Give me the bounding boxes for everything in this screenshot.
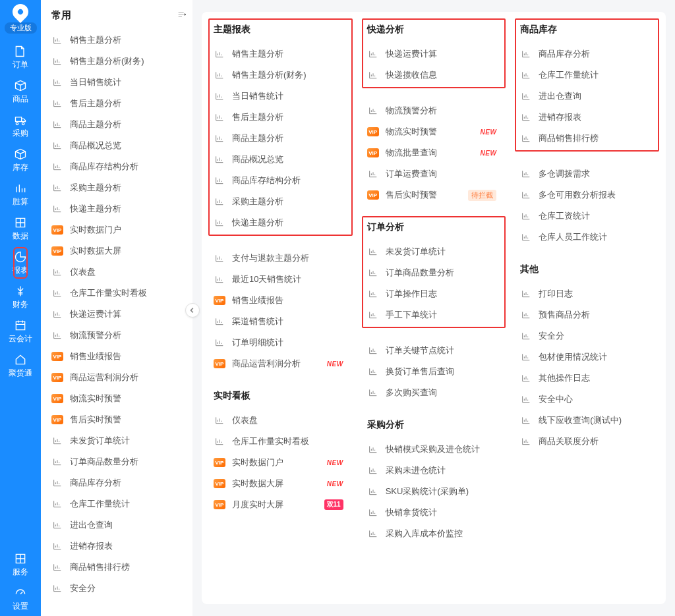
- report-item[interactable]: 快递揽收信息: [367, 65, 501, 86]
- report-item[interactable]: 快递运费计算: [367, 43, 501, 65]
- report-item[interactable]: 包材使用情况统计: [520, 347, 654, 368]
- report-item[interactable]: 销售主题分析: [51, 30, 187, 51]
- report-item[interactable]: 当日销售统计: [51, 72, 187, 93]
- report-item[interactable]: 订单明细统计: [214, 332, 347, 353]
- nav-item-订单[interactable]: 订单: [9, 40, 32, 74]
- report-item[interactable]: 多仓调拨需求: [520, 163, 654, 184]
- report-item[interactable]: 未发货订单统计: [51, 430, 187, 451]
- report-item[interactable]: 销售主题分析: [214, 43, 347, 65]
- report-item[interactable]: 售后主题分析: [214, 107, 347, 128]
- panel-config-icon[interactable]: [177, 9, 187, 22]
- report-item[interactable]: 商品关联度分析: [520, 431, 654, 452]
- report-item[interactable]: VIP商品运营利润分析NEW: [214, 353, 347, 374]
- report-item[interactable]: 商品主题分析: [214, 128, 347, 149]
- report-item[interactable]: 商品主题分析: [51, 114, 187, 135]
- report-item[interactable]: 采购主题分析: [51, 177, 187, 198]
- nav-item-财务[interactable]: 财务: [9, 280, 32, 314]
- report-item[interactable]: 仓库人员工作统计: [520, 227, 654, 248]
- report-item[interactable]: 仓库工作量统计: [51, 493, 187, 515]
- report-item[interactable]: 仪表盘: [51, 262, 187, 283]
- report-label: 换货订单售后查询: [386, 366, 454, 378]
- nav-item-设置[interactable]: 设置: [13, 582, 28, 616]
- report-item[interactable]: 支付与退款主题分析: [214, 248, 347, 269]
- report-item[interactable]: SKU采购统计(采购单): [367, 481, 501, 502]
- report-item[interactable]: 商品销售排行榜: [51, 557, 187, 578]
- report-item[interactable]: 订单运费查询: [367, 163, 501, 184]
- report-item[interactable]: 商品库存分析: [520, 43, 654, 65]
- report-item[interactable]: 商品概况总览: [214, 149, 347, 170]
- report-item[interactable]: 打印日志: [520, 283, 654, 304]
- nav-item-库存[interactable]: 库存: [9, 143, 32, 177]
- collapse-panel-button[interactable]: [185, 303, 200, 318]
- report-item[interactable]: VIP售后实时预警待拦截: [367, 184, 501, 206]
- report-item[interactable]: 订单商品数量分析: [51, 451, 187, 472]
- nav-item-胜算[interactable]: 胜算: [9, 177, 32, 211]
- report-item[interactable]: VIP物流批量查询NEW: [367, 142, 501, 163]
- report-item[interactable]: VIP销售业绩报告: [214, 290, 347, 311]
- report-item[interactable]: 当日销售统计: [214, 86, 347, 107]
- report-item[interactable]: 仪表盘: [214, 410, 347, 431]
- report-item[interactable]: 物流预警分析: [367, 100, 501, 121]
- report-item[interactable]: 线下应收查询(测试中): [520, 410, 654, 431]
- report-item[interactable]: 采购未进仓统计: [367, 460, 501, 481]
- report-item[interactable]: 其他操作日志: [520, 368, 654, 389]
- report-item[interactable]: 进出仓查询: [520, 86, 654, 107]
- report-item[interactable]: 仓库工资统计: [520, 206, 654, 227]
- report-item[interactable]: 进销存报表: [520, 107, 654, 128]
- report-item[interactable]: VIP实时数据门户NEW: [214, 452, 347, 473]
- report-item[interactable]: 未发货订单统计: [367, 241, 501, 262]
- report-item[interactable]: 快销拿货统计: [367, 502, 501, 523]
- report-item[interactable]: VIP商品运营利润分析: [51, 367, 187, 388]
- report-item[interactable]: 商品销售排行榜: [520, 128, 654, 149]
- report-item[interactable]: 销售主题分析(财务): [51, 51, 187, 72]
- report-item[interactable]: VIP实时数据大屏: [51, 240, 187, 262]
- report-item[interactable]: 快递主题分析: [214, 212, 347, 233]
- report-item[interactable]: 订单商品数量分析: [367, 262, 501, 283]
- nav-item-报表[interactable]: 报表: [9, 246, 32, 280]
- report-item[interactable]: 商品库存分析: [51, 472, 187, 493]
- report-item[interactable]: 商品库存结构分析: [51, 156, 187, 177]
- report-item[interactable]: 仓库工作量实时看板: [214, 431, 347, 452]
- row-icon: [367, 309, 379, 321]
- report-item[interactable]: VIP实时数据大屏NEW: [214, 473, 347, 494]
- report-item[interactable]: 物流预警分析: [51, 325, 187, 346]
- report-item[interactable]: 手工下单统计: [367, 304, 501, 325]
- nav-item-聚货通[interactable]: 聚货通: [9, 349, 32, 383]
- report-item[interactable]: 换货订单售后查询: [367, 361, 501, 382]
- report-item[interactable]: VIP销售业绩报告: [51, 346, 187, 367]
- report-item[interactable]: 进出仓查询: [51, 515, 187, 536]
- report-item[interactable]: VIP物流实时预警: [51, 388, 187, 409]
- report-item[interactable]: 预售商品分析: [520, 304, 654, 325]
- vip-icon: VIP: [214, 359, 225, 368]
- report-item[interactable]: VIP实时数据门户: [51, 219, 187, 240]
- report-item[interactable]: 仓库工作量实时看板: [51, 283, 187, 304]
- report-item[interactable]: 渠道销售统计: [214, 311, 347, 332]
- report-item[interactable]: 售后主题分析: [51, 93, 187, 114]
- report-item[interactable]: 采购入库成本价监控: [367, 523, 501, 544]
- report-item[interactable]: 商品概况总览: [51, 135, 187, 156]
- nav-item-采购[interactable]: 采购: [9, 109, 32, 143]
- report-item[interactable]: 多次购买查询: [367, 382, 501, 403]
- report-item[interactable]: VIP物流实时预警NEW: [367, 121, 501, 142]
- report-item[interactable]: 销售主题分析(财务): [214, 65, 347, 86]
- report-item[interactable]: 订单操作日志: [367, 283, 501, 304]
- nav-item-商品[interactable]: 商品: [9, 74, 32, 109]
- report-item[interactable]: VIP售后实时预警: [51, 409, 187, 430]
- report-item[interactable]: 安全分: [520, 325, 654, 347]
- report-item[interactable]: 快销模式采购及进仓统计: [367, 439, 501, 460]
- report-item[interactable]: VIP月度实时大屏双11: [214, 494, 347, 515]
- report-item[interactable]: 最近10天销售统计: [214, 269, 347, 290]
- nav-item-数据[interactable]: 数据: [9, 211, 32, 246]
- nav-item-云会计[interactable]: 云会计: [9, 314, 32, 349]
- report-item[interactable]: 进销存报表: [51, 536, 187, 557]
- report-item[interactable]: 安全中心: [520, 389, 654, 410]
- report-item[interactable]: 安全分: [51, 578, 187, 599]
- report-item[interactable]: 快递主题分析: [51, 198, 187, 219]
- nav-item-服务[interactable]: 服务: [13, 547, 28, 582]
- report-item[interactable]: 采购主题分析: [214, 191, 347, 212]
- report-item[interactable]: 快递运费计算: [51, 304, 187, 325]
- report-item[interactable]: 订单关键节点统计: [367, 340, 501, 361]
- report-item[interactable]: 商品库存结构分析: [214, 170, 347, 191]
- report-item[interactable]: 多仓可用数分析报表: [520, 184, 654, 206]
- report-item[interactable]: 仓库工作量统计: [520, 65, 654, 86]
